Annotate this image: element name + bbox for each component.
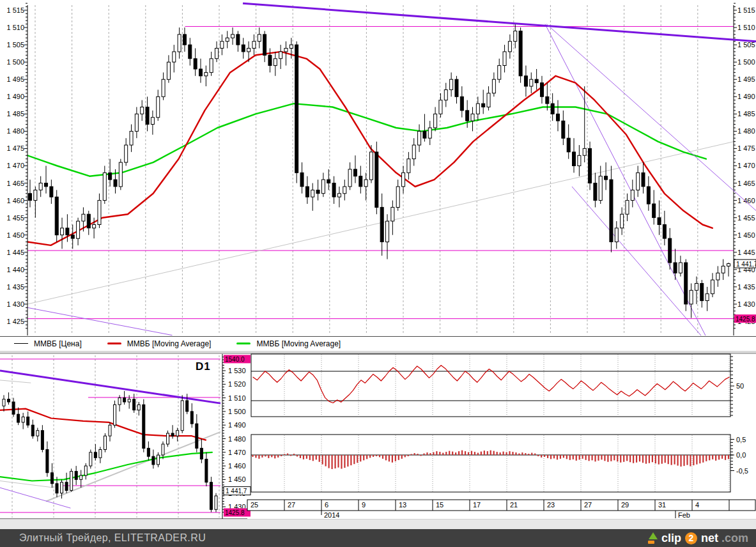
svg-text:1 455: 1 455 (737, 214, 755, 222)
price-line-swatch-icon (14, 343, 28, 344)
legend-label-price: ММВБ [Цена] (34, 339, 82, 348)
svg-text:1 430: 1 430 (6, 300, 24, 308)
svg-text:1 510: 1 510 (6, 24, 24, 31)
svg-text:1 441,7: 1 441,7 (226, 488, 247, 495)
legend-item-ma-fast: ММВБ [Moving Average] (107, 339, 212, 348)
svg-text:1 510: 1 510 (228, 394, 246, 402)
svg-text:1 485: 1 485 (737, 110, 755, 118)
svg-text:1 500: 1 500 (737, 58, 755, 66)
svg-text:1 465: 1 465 (6, 180, 24, 187)
svg-text:1 425: 1 425 (6, 318, 24, 325)
main-plot (27, 5, 734, 356)
red-ma-swatch-icon (107, 343, 121, 344)
svg-text:21: 21 (510, 501, 518, 509)
chart-legend: ММВБ [Цена] ММВБ [Moving Average] ММВБ [… (0, 336, 756, 350)
svg-text:25: 25 (251, 501, 258, 509)
legend-item-ma-slow: ММВБ [Moving Average] (236, 339, 341, 348)
svg-text:1 465: 1 465 (737, 180, 755, 187)
trading-terminal-screenshot: 1 4251 4251 4301 4301 4351 4351 4401 440… (0, 0, 756, 547)
svg-text:1 480: 1 480 (6, 127, 24, 135)
clip2net-logo[interactable]: clip 2 net .com (648, 532, 748, 545)
clip2net-arrow-icon (648, 532, 658, 544)
svg-text:1 530: 1 530 (228, 367, 246, 374)
svg-text:1 455: 1 455 (6, 214, 24, 222)
svg-text:1 495: 1 495 (6, 75, 24, 83)
svg-text:1 430: 1 430 (737, 300, 755, 308)
svg-text:1 460: 1 460 (737, 197, 755, 204)
legend-label-ma-slow: ММВБ [Moving Average] (256, 339, 341, 348)
svg-text:1 470: 1 470 (737, 162, 755, 169)
chart-canvas: 1 4251 4251 4301 4301 4351 4351 4401 440… (0, 0, 756, 519)
svg-text:2014: 2014 (324, 511, 339, 519)
footer-bar: Элитный Трейдер, ELITETRADER.RU clip 2 n… (0, 529, 756, 547)
logo-dotcom: .com (721, 532, 748, 545)
minimap-timeframe-label: D1 (196, 360, 211, 373)
svg-text:1 500: 1 500 (6, 58, 24, 66)
svg-text:1 441,7: 1 441,7 (736, 261, 756, 268)
svg-text:1 460: 1 460 (228, 462, 246, 470)
svg-text:1 450: 1 450 (228, 475, 246, 483)
svg-text:0,5: 0,5 (736, 436, 746, 443)
svg-text:1 480: 1 480 (228, 435, 246, 443)
svg-text:1 520: 1 520 (228, 380, 246, 388)
svg-text:29: 29 (621, 501, 629, 509)
svg-text:15: 15 (436, 501, 444, 509)
svg-text:1 495: 1 495 (737, 75, 755, 83)
svg-text:1 435: 1 435 (737, 283, 755, 291)
legend-label-ma-fast: ММВБ [Moving Average] (127, 339, 212, 348)
logo-clip: clip (661, 532, 681, 545)
svg-text:27: 27 (584, 501, 592, 509)
svg-text:1 440: 1 440 (6, 266, 24, 274)
svg-text:1 460: 1 460 (6, 197, 24, 204)
credit-text: Элитный Трейдер, ELITETRADER.RU (19, 532, 206, 544)
svg-text:1 470: 1 470 (6, 162, 24, 169)
svg-text:1 500: 1 500 (228, 408, 246, 415)
minimap-plot (0, 355, 220, 518)
svg-text:1 505: 1 505 (6, 41, 24, 49)
svg-text:9: 9 (362, 501, 366, 509)
svg-text:1 515: 1 515 (6, 6, 24, 14)
svg-text:1 470: 1 470 (228, 449, 246, 456)
svg-text:1 445: 1 445 (737, 249, 755, 256)
svg-text:1 505: 1 505 (737, 41, 755, 49)
bottom-strip (0, 519, 756, 529)
section-separator (0, 351, 756, 353)
svg-text:1 510: 1 510 (737, 24, 755, 31)
svg-text:0,0: 0,0 (736, 451, 746, 459)
logo-net: net (701, 532, 718, 545)
svg-text:23: 23 (547, 501, 555, 509)
svg-text:1 475: 1 475 (6, 144, 24, 152)
svg-text:1 450: 1 450 (737, 231, 755, 239)
histogram-plot (251, 435, 730, 491)
oscillator-plot (251, 355, 730, 416)
svg-text:1425.8: 1425.8 (225, 509, 245, 516)
svg-text:1425.8: 1425.8 (736, 316, 755, 323)
svg-text:6: 6 (325, 501, 328, 509)
svg-text:4: 4 (695, 501, 699, 509)
svg-text:Feb: Feb (678, 511, 690, 519)
logo-two-badge: 2 (685, 532, 697, 544)
svg-text:1540.0: 1540.0 (225, 356, 245, 363)
svg-text:-0,5: -0,5 (736, 467, 748, 475)
legend-item-price: ММВБ [Цена] (14, 339, 82, 348)
svg-text:1 435: 1 435 (6, 283, 24, 291)
svg-text:1 450: 1 450 (6, 231, 24, 239)
svg-text:13: 13 (399, 501, 406, 509)
svg-text:1 490: 1 490 (6, 93, 24, 100)
svg-text:27: 27 (288, 501, 295, 509)
svg-text:50: 50 (736, 382, 744, 390)
svg-text:1 445: 1 445 (6, 249, 24, 256)
svg-text:1 475: 1 475 (737, 144, 755, 152)
green-ma-swatch-icon (236, 343, 251, 344)
svg-text:1 490: 1 490 (737, 93, 755, 100)
svg-text:1 485: 1 485 (6, 110, 24, 118)
svg-text:1 490: 1 490 (228, 421, 246, 429)
svg-text:31: 31 (658, 501, 666, 509)
svg-text:1 515: 1 515 (737, 6, 755, 14)
svg-text:17: 17 (473, 501, 481, 509)
svg-text:1 480: 1 480 (737, 127, 755, 135)
